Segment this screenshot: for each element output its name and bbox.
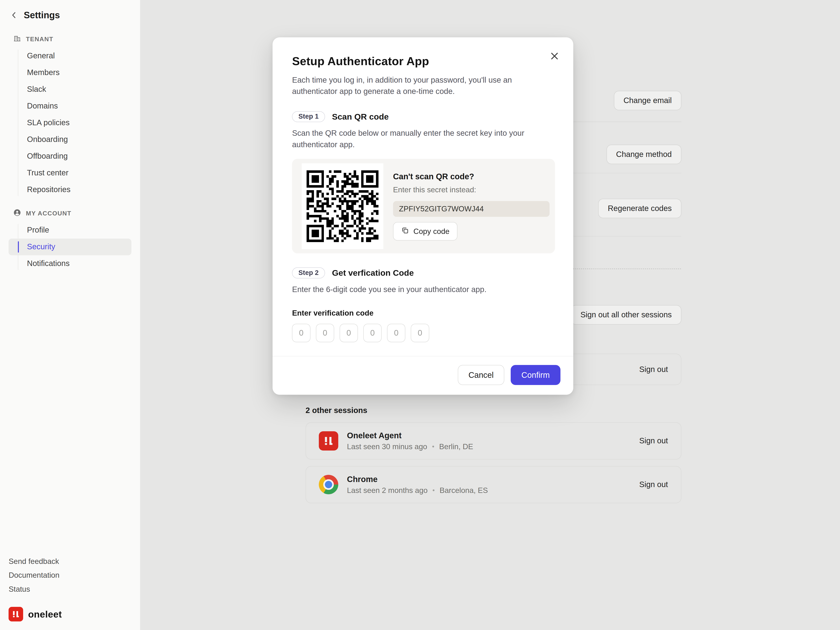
oneleet-logo-icon: [9, 607, 23, 621]
copy-icon: [401, 226, 409, 236]
documentation-link[interactable]: Documentation: [9, 568, 131, 582]
sidebar-footer: Send feedback Documentation Status onele…: [0, 554, 140, 622]
sidebar-item-offboarding[interactable]: Offboarding: [9, 148, 131, 164]
copy-code-button[interactable]: Copy code: [393, 222, 458, 240]
sidebar-item-repositories[interactable]: Repositories: [9, 182, 131, 198]
code-digit-input-5[interactable]: [387, 324, 405, 342]
step-2-heading: Get verfication Code: [332, 268, 414, 278]
setup-authenticator-modal: Setup Authenticator App Each time you lo…: [273, 37, 573, 395]
sidebar-item-security[interactable]: Security: [9, 238, 131, 255]
sidebar-item-general[interactable]: General: [9, 47, 131, 64]
sidebar-header: Settings: [0, 10, 140, 24]
step-1-heading: Scan QR code: [332, 112, 389, 122]
step-2-badge: Step 2: [292, 267, 325, 278]
modal-title: Setup Authenticator App: [292, 54, 555, 68]
close-icon[interactable]: [548, 49, 561, 63]
code-digit-input-4[interactable]: [363, 324, 382, 342]
tenant-nav-list: General Members Slack Domains SLA polici…: [0, 47, 140, 198]
modal-footer: Cancel Confirm: [273, 356, 573, 395]
back-chevron-icon[interactable]: [9, 10, 19, 21]
sidebar-item-profile[interactable]: Profile: [9, 222, 131, 238]
copy-code-label: Copy code: [413, 227, 450, 236]
qr-panel: Can't scan QR code? Enter this secret in…: [292, 159, 555, 253]
brand-logo: oneleet: [9, 607, 131, 621]
verification-code-label: Enter verification code: [292, 309, 555, 317]
step-1-description: Scan the QR code below or manually enter…: [292, 128, 540, 150]
section-label: MY ACCOUNT: [26, 210, 71, 217]
building-icon: [13, 35, 21, 44]
sidebar-item-slack[interactable]: Slack: [9, 81, 131, 98]
step-1-badge: Step 1: [292, 111, 325, 122]
code-digit-input-6[interactable]: [411, 324, 429, 342]
account-nav-list: Profile Security Notifications: [0, 222, 140, 272]
send-feedback-link[interactable]: Send feedback: [9, 554, 131, 568]
secret-key-value[interactable]: ZPFIY52GITG7WOWJ44: [393, 201, 549, 217]
brand-name: oneleet: [28, 609, 62, 620]
sidebar-item-domains[interactable]: Domains: [9, 98, 131, 114]
code-digit-input-1[interactable]: [292, 324, 310, 342]
status-link[interactable]: Status: [9, 582, 131, 596]
section-label: TENANT: [26, 36, 53, 43]
step-2-description: Enter the 6-digit code you see in your a…: [292, 284, 540, 295]
qr-code: [302, 163, 383, 249]
sidebar-section-tenant: TENANT General Members Slack Domains SLA…: [0, 35, 140, 198]
app-window: Settings TENANT General Members Slack Do…: [0, 0, 840, 630]
sidebar-item-notifications[interactable]: Notifications: [9, 255, 131, 272]
code-digit-input-3[interactable]: [339, 324, 358, 342]
cancel-button[interactable]: Cancel: [458, 365, 504, 385]
cant-scan-title: Can't scan QR code?: [393, 172, 549, 181]
sidebar: Settings TENANT General Members Slack Do…: [0, 0, 141, 630]
sidebar-item-members[interactable]: Members: [9, 64, 131, 81]
sidebar-item-onboarding[interactable]: Onboarding: [9, 131, 131, 148]
qr-code-canvas: [306, 171, 378, 242]
sidebar-section-my-account: MY ACCOUNT Profile Security Notification…: [0, 209, 140, 272]
sidebar-item-trust-center[interactable]: Trust center: [9, 165, 131, 182]
confirm-button[interactable]: Confirm: [511, 365, 560, 385]
enter-secret-label: Enter this secret instead:: [393, 185, 549, 194]
person-icon: [13, 209, 21, 218]
modal-description: Each time you log in, in addition to you…: [292, 74, 529, 97]
verification-code-inputs: [292, 324, 555, 342]
page-title: Settings: [24, 10, 60, 21]
sidebar-item-sla-policies[interactable]: SLA policies: [9, 114, 131, 131]
code-digit-input-2[interactable]: [316, 324, 334, 342]
